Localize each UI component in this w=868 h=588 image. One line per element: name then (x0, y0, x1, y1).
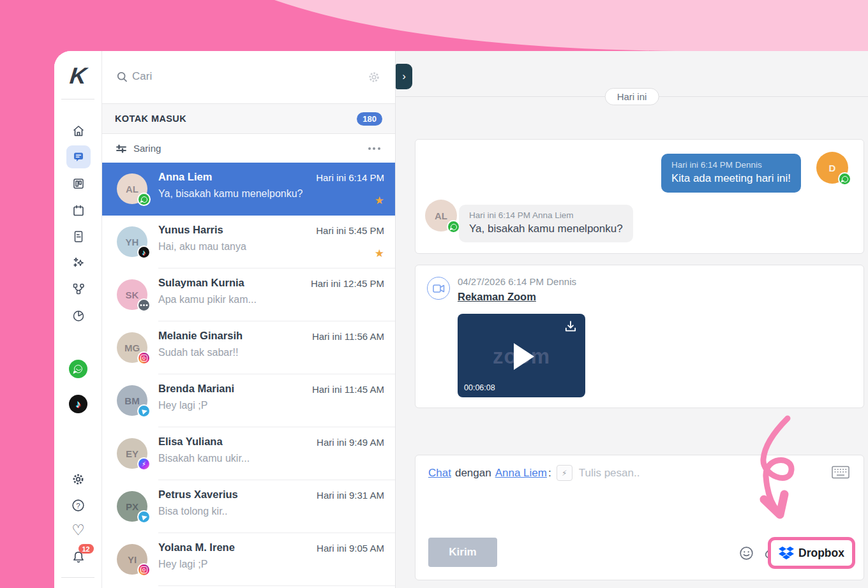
message-time: Hari ini 9:31 AM (317, 490, 384, 501)
avatar: AL (117, 173, 147, 204)
send-button[interactable]: Kirim (428, 538, 497, 567)
sidebar-item-ai[interactable] (54, 251, 102, 275)
sidebar-item-notifications[interactable]: 12 (54, 549, 102, 567)
message-time: Hari ini 11:56 AM (312, 331, 384, 342)
inbox-header[interactable]: KOTAK MASUK 180 (102, 103, 395, 134)
active-nav-highlight (66, 145, 91, 168)
avatar-initials: AL (435, 210, 447, 221)
notification-count-badge: 12 (79, 544, 94, 554)
message-preview: Hey lagi ;P (158, 559, 207, 570)
avatar: YI (117, 544, 147, 575)
keyboard-icon[interactable] (832, 466, 849, 479)
sidebar-item-pipelines[interactable] (54, 172, 102, 196)
recording-card: 04/27/2026 6:14 PM Dennis Rekaman Zoom z… (415, 265, 864, 408)
tiktok-note-glyph: ♪ (76, 399, 81, 410)
contact-name: Yunus Harris (158, 224, 223, 236)
whatsapp-glyph (74, 365, 82, 373)
emoji-icon[interactable] (738, 545, 754, 561)
outgoing-message-bubble[interactable]: Hari ini 6:14 PM Dennis Kita ada meeting… (661, 154, 801, 193)
sidebar-item-help[interactable]: ? (54, 498, 102, 513)
sidebar-divider (61, 577, 94, 578)
help-icon: ? (71, 498, 86, 513)
quick-actions-button[interactable]: ⚡ (557, 465, 572, 481)
channel-badge (137, 563, 151, 577)
avatar-initials: AL (126, 184, 138, 195)
contact-name: Anna Liem (158, 171, 212, 183)
channel-badge (137, 298, 151, 312)
avatar: AL (425, 200, 457, 232)
sidebar-item-home[interactable] (54, 119, 102, 143)
contact-name: Sulayman Kurnia (158, 277, 244, 289)
sidebar-item-calendar[interactable] (54, 198, 102, 223)
message-text: Ya, bisakah kamu menelponku? (469, 223, 623, 235)
download-icon[interactable] (564, 320, 578, 333)
sidebar-item-automation[interactable] (54, 277, 102, 301)
video-duration: 00:06:08 (464, 383, 495, 392)
lightning-bolt-icon: ⚡ (562, 469, 567, 478)
message-time: Hari ini 6:14 PM (316, 172, 384, 183)
play-icon[interactable] (514, 343, 534, 370)
chat-list-item[interactable]: MG Melanie Ginarsih Hari ini 11:56 AM Su… (102, 321, 395, 374)
more-options-button[interactable] (366, 147, 382, 150)
message-preview: Hey lagi ;P (158, 400, 207, 411)
composer-connector-text: dengan (455, 467, 491, 480)
heart-icon: ♡ (71, 523, 85, 538)
incoming-message-bubble[interactable]: Hari ini 6:14 PM Anna Liem Ya, bisakah k… (459, 205, 633, 242)
sidebar-item-stats[interactable] (54, 304, 102, 328)
dropbox-button[interactable]: Dropbox (768, 537, 855, 569)
chat-bubble-icon (72, 151, 85, 163)
sidebar-item-chats-active[interactable] (54, 145, 102, 169)
chat-list-item[interactable]: AL Anna Liem Hari ini 6:14 PM Ya, bisaka… (102, 163, 395, 216)
tiktok-channel-icon[interactable]: ♪ (69, 395, 87, 413)
kommo-logo[interactable]: K (54, 62, 103, 89)
message-meta: Hari ini 6:14 PM Dennis (671, 160, 791, 170)
avatar-initials: SK (126, 290, 139, 300)
video-call-icon-circle (427, 277, 450, 300)
composer-colon: : (548, 467, 551, 480)
chat-list-item[interactable]: BM Brenda Mariani Hari ini 11:45 AM Hey … (102, 374, 395, 427)
avatar-initials: EY (126, 448, 138, 459)
list-settings-gear-icon[interactable] (367, 70, 381, 84)
chat-type-link[interactable]: Chat (428, 467, 451, 480)
chat-list-item[interactable]: PX Petrus Xaverius Hari ini 9:31 AM Bisa… (102, 480, 395, 533)
avatar: MG (117, 332, 147, 363)
avatar: PX (117, 491, 147, 522)
search-bar[interactable]: Cari (102, 51, 395, 103)
message-meta: Hari ini 6:14 PM Anna Liem (469, 210, 623, 220)
star-icon[interactable]: ★ (375, 194, 384, 207)
chat-list-item[interactable]: SK Sulayman Kurnia Hari ini 12:45 PM Apa… (102, 268, 395, 321)
avatar: D (816, 152, 848, 184)
channel-badge: ♪ (137, 246, 151, 259)
message-preview: Sudah tak sabar!! (158, 347, 238, 358)
video-thumbnail[interactable]: zoom 00:06:08 (458, 314, 585, 397)
calendar-icon (71, 203, 86, 217)
sidebar-item-settings[interactable] (54, 472, 102, 487)
sidebar-item-favorites[interactable]: ♡ (54, 523, 102, 538)
contact-name: Yolana M. Irene (158, 541, 235, 554)
channel-badge (137, 404, 151, 418)
chat-list-item[interactable]: EY ⚡ Elisa Yuliana Hari ini 9:49 AM Bisa… (102, 427, 395, 480)
chat-list-item[interactable]: YI Yolana M. Irene Hari ini 9:05 AM Hey … (102, 533, 395, 586)
conversation-panel: › Hari ini Hari ini 6:14 PM Dennis Kita … (396, 51, 868, 588)
avatar: YH ♪ (117, 226, 147, 257)
recipient-link[interactable]: Anna Liem (495, 467, 547, 480)
contact-name: Brenda Mariani (158, 383, 234, 395)
avatar-initials: D (829, 163, 836, 173)
search-input[interactable]: Cari (132, 70, 152, 83)
channel-badge: ⚡ (137, 457, 151, 471)
message-time: Hari ini 11:45 AM (312, 384, 384, 395)
chat-list-item[interactable]: YH ♪ Yunus Harris Hari ini 5:45 PM Hai, … (102, 216, 395, 268)
inbox-count-badge: 180 (357, 112, 382, 126)
star-icon[interactable]: ★ (375, 247, 384, 260)
sparkles-icon (71, 256, 86, 270)
filter-row[interactable]: Saring (102, 134, 395, 163)
expand-panel-button[interactable]: › (396, 64, 412, 89)
whatsapp-channel-icon[interactable] (69, 360, 87, 378)
recording-link[interactable]: Rekaman Zoom (458, 291, 536, 303)
avatar-initials: PX (126, 501, 138, 512)
message-input[interactable]: Tulis pesan.. (579, 467, 640, 480)
contact-name: Melanie Ginarsih (158, 330, 243, 342)
dropbox-label: Dropbox (798, 547, 844, 560)
sidebar-item-documents[interactable] (54, 224, 102, 249)
document-icon (71, 230, 86, 244)
